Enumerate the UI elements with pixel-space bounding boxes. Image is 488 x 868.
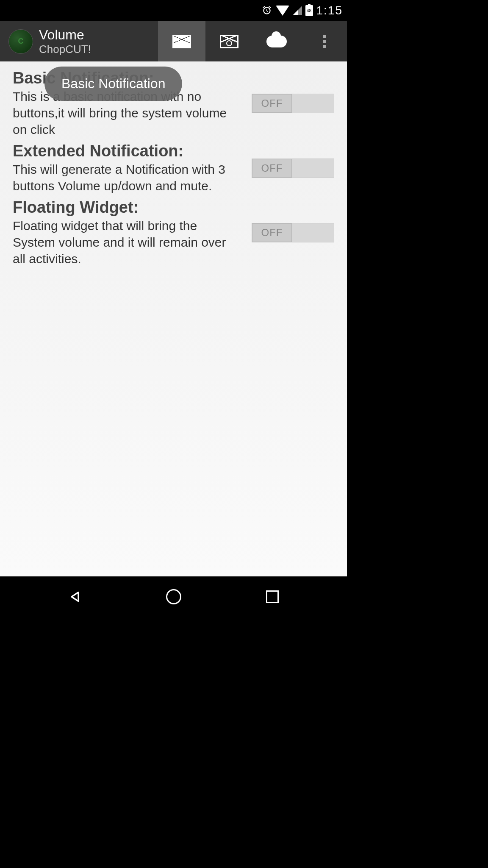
status-time: 1:15 (316, 4, 343, 17)
toggle-thumb: OFF (252, 159, 292, 178)
setting-description: This will generate a Notification with 3… (13, 161, 237, 194)
back-icon (68, 590, 82, 604)
toggle-thumb: OFF (252, 223, 292, 242)
mail-icon (172, 35, 191, 48)
app-info: Volume ChopCUT! (0, 27, 158, 56)
navigation-bar (0, 576, 347, 617)
setting-floating-widget: Floating Widget: Floating widget that wi… (13, 198, 334, 267)
app-title: Volume (39, 27, 91, 43)
tooltip: Basic Notification (44, 67, 182, 101)
alarm-icon (261, 5, 272, 16)
nav-back-button[interactable] (50, 584, 100, 609)
battery-icon: 48 (305, 5, 313, 16)
app-subtitle: ChopCUT! (39, 43, 91, 56)
app-bar: Volume ChopCUT! (0, 21, 347, 61)
overflow-icon (323, 35, 326, 48)
recent-icon (266, 590, 279, 603)
setting-text: Floating Widget: Floating widget that wi… (13, 198, 252, 267)
setting-text: Extended Notification: This will generat… (13, 142, 252, 194)
basic-notification-button[interactable] (158, 21, 205, 61)
extended-notification-toggle[interactable]: OFF (252, 159, 334, 178)
setting-extended-notification: Extended Notification: This will generat… (13, 142, 334, 194)
nav-home-button[interactable] (148, 584, 199, 609)
content: Basic Notification Basic Notification: T… (0, 61, 347, 576)
signal-icon (293, 6, 302, 15)
nav-recent-button[interactable] (247, 584, 298, 609)
floating-widget-toggle[interactable]: OFF (252, 223, 334, 242)
status-icons: 48 1:15 (261, 4, 343, 17)
basic-notification-toggle[interactable]: OFF (252, 94, 334, 113)
mail-open-icon (220, 35, 238, 48)
app-icon (8, 29, 33, 54)
setting-title: Extended Notification: (13, 142, 252, 160)
toggle-thumb: OFF (252, 94, 292, 113)
setting-title: Floating Widget: (13, 198, 252, 217)
home-icon (166, 589, 181, 604)
overflow-menu-button[interactable] (300, 21, 347, 61)
wifi-icon (276, 6, 289, 16)
action-buttons (158, 21, 347, 61)
setting-description: Floating widget that will bring the Syst… (13, 217, 237, 267)
cloud-button[interactable] (253, 21, 300, 61)
extended-notification-button[interactable] (205, 21, 253, 61)
status-bar: 48 1:15 (0, 0, 347, 21)
app-titles: Volume ChopCUT! (39, 27, 91, 56)
cloud-icon (266, 36, 287, 47)
